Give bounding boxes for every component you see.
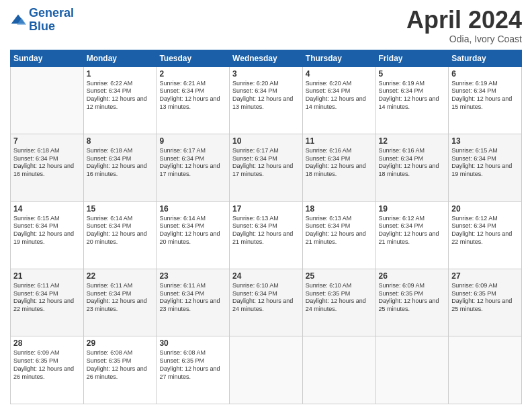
calendar-cell: 17Sunrise: 6:13 AMSunset: 6:34 PMDayligh… [230,201,303,269]
day-number: 10 [232,136,300,146]
calendar-cell: 12Sunrise: 6:16 AMSunset: 6:34 PMDayligh… [375,134,449,201]
cell-info: Sunrise: 6:14 AMSunset: 6:34 PMDaylight:… [87,215,154,246]
calendar-cell: 11Sunrise: 6:16 AMSunset: 6:34 PMDayligh… [302,134,375,201]
cell-info: Sunrise: 6:18 AMSunset: 6:34 PMDaylight:… [87,147,154,179]
day-number: 4 [306,69,373,79]
calendar-cell: 14Sunrise: 6:15 AMSunset: 6:34 PMDayligh… [11,201,84,269]
calendar-cell: 28Sunrise: 6:09 AMSunset: 6:35 PMDayligh… [11,336,84,404]
day-number: 17 [232,204,300,214]
cell-info: Sunrise: 6:12 AMSunset: 6:34 PMDaylight:… [451,215,519,246]
cell-info: Sunrise: 6:18 AMSunset: 6:34 PMDaylight:… [13,147,81,179]
col-header-thursday: Thursday [302,50,375,66]
header: General Blue April 2024 Odia, Ivory Coas… [10,7,522,44]
calendar-cell: 18Sunrise: 6:13 AMSunset: 6:34 PMDayligh… [302,201,375,269]
day-number: 3 [232,69,300,79]
calendar-cell: 30Sunrise: 6:08 AMSunset: 6:35 PMDayligh… [157,336,230,404]
day-number: 28 [13,338,81,348]
calendar-cell [302,336,375,404]
day-number: 9 [159,136,226,146]
day-number: 15 [87,204,154,214]
cell-info: Sunrise: 6:20 AMSunset: 6:34 PMDaylight:… [232,80,300,111]
cell-info: Sunrise: 6:13 AMSunset: 6:34 PMDaylight:… [306,215,373,246]
calendar-cell: 6Sunrise: 6:19 AMSunset: 6:34 PMDaylight… [449,66,522,134]
cell-info: Sunrise: 6:10 AMSunset: 6:35 PMDaylight:… [306,282,373,314]
cell-info: Sunrise: 6:22 AMSunset: 6:34 PMDaylight:… [87,80,154,111]
calendar-cell: 22Sunrise: 6:11 AMSunset: 6:34 PMDayligh… [83,269,157,336]
cell-info: Sunrise: 6:08 AMSunset: 6:35 PMDaylight:… [159,349,226,381]
cell-info: Sunrise: 6:21 AMSunset: 6:34 PMDaylight:… [159,80,226,111]
cell-info: Sunrise: 6:12 AMSunset: 6:34 PMDaylight:… [379,215,446,246]
day-number: 2 [159,69,226,79]
calendar-cell: 15Sunrise: 6:14 AMSunset: 6:34 PMDayligh… [83,201,157,269]
day-number: 11 [306,136,373,146]
day-number: 5 [379,69,446,79]
calendar-cell: 10Sunrise: 6:17 AMSunset: 6:34 PMDayligh… [230,134,303,201]
day-number: 8 [87,136,154,146]
cell-info: Sunrise: 6:11 AMSunset: 6:34 PMDaylight:… [159,282,226,314]
col-header-wednesday: Wednesday [230,50,303,66]
logo-blue: Blue [29,19,55,33]
calendar-cell: 24Sunrise: 6:10 AMSunset: 6:34 PMDayligh… [230,269,303,336]
calendar-table: SundayMondayTuesdayWednesdayThursdayFrid… [10,50,522,404]
month-title: April 2024 [406,7,522,34]
calendar-cell: 7Sunrise: 6:18 AMSunset: 6:34 PMDaylight… [11,134,84,201]
day-number: 26 [379,271,446,281]
col-header-saturday: Saturday [449,50,522,66]
calendar-cell: 27Sunrise: 6:09 AMSunset: 6:35 PMDayligh… [449,269,522,336]
cell-info: Sunrise: 6:16 AMSunset: 6:34 PMDaylight:… [379,147,446,179]
title-block: April 2024 Odia, Ivory Coast [406,7,522,44]
day-number: 27 [451,271,519,281]
day-number: 14 [13,204,81,214]
cell-info: Sunrise: 6:17 AMSunset: 6:34 PMDaylight:… [232,147,300,179]
calendar-cell: 19Sunrise: 6:12 AMSunset: 6:34 PMDayligh… [375,201,449,269]
cell-info: Sunrise: 6:09 AMSunset: 6:35 PMDaylight:… [451,282,519,314]
calendar-cell: 2Sunrise: 6:21 AMSunset: 6:34 PMDaylight… [157,66,230,134]
logo-icon [10,12,26,28]
day-number: 1 [87,69,154,79]
col-header-friday: Friday [375,50,449,66]
cell-info: Sunrise: 6:17 AMSunset: 6:34 PMDaylight:… [159,147,226,179]
calendar-cell: 8Sunrise: 6:18 AMSunset: 6:34 PMDaylight… [83,134,157,201]
cell-info: Sunrise: 6:09 AMSunset: 6:35 PMDaylight:… [13,349,81,381]
logo-text: General Blue [29,7,74,34]
day-number: 16 [159,204,226,214]
cell-info: Sunrise: 6:15 AMSunset: 6:34 PMDaylight:… [451,147,519,179]
cell-info: Sunrise: 6:11 AMSunset: 6:34 PMDaylight:… [13,282,81,314]
calendar-cell: 5Sunrise: 6:19 AMSunset: 6:34 PMDaylight… [375,66,449,134]
day-number: 29 [87,338,154,348]
calendar-cell: 3Sunrise: 6:20 AMSunset: 6:34 PMDaylight… [230,66,303,134]
cell-info: Sunrise: 6:16 AMSunset: 6:34 PMDaylight:… [306,147,373,179]
day-number: 30 [159,338,226,348]
location: Odia, Ivory Coast [406,34,522,44]
logo: General Blue [10,7,74,34]
day-number: 19 [379,204,446,214]
calendar-cell: 29Sunrise: 6:08 AMSunset: 6:35 PMDayligh… [83,336,157,404]
cell-info: Sunrise: 6:13 AMSunset: 6:34 PMDaylight:… [232,215,300,246]
calendar-cell [375,336,449,404]
calendar-cell [449,336,522,404]
logo-general: General [29,6,74,19]
calendar-cell: 25Sunrise: 6:10 AMSunset: 6:35 PMDayligh… [302,269,375,336]
cell-info: Sunrise: 6:19 AMSunset: 6:34 PMDaylight:… [451,80,519,111]
day-number: 13 [451,136,519,146]
calendar-cell: 20Sunrise: 6:12 AMSunset: 6:34 PMDayligh… [449,201,522,269]
page: General Blue April 2024 Odia, Ivory Coas… [0,0,532,411]
col-header-sunday: Sunday [11,50,84,66]
cell-info: Sunrise: 6:20 AMSunset: 6:34 PMDaylight:… [306,80,373,111]
calendar-cell: 1Sunrise: 6:22 AMSunset: 6:34 PMDaylight… [83,66,157,134]
day-number: 6 [451,69,519,79]
calendar-cell: 21Sunrise: 6:11 AMSunset: 6:34 PMDayligh… [11,269,84,336]
day-number: 7 [13,136,81,146]
day-number: 12 [379,136,446,146]
calendar-cell: 9Sunrise: 6:17 AMSunset: 6:34 PMDaylight… [157,134,230,201]
cell-info: Sunrise: 6:09 AMSunset: 6:35 PMDaylight:… [379,282,446,314]
calendar-cell [11,66,84,134]
day-number: 23 [159,271,226,281]
cell-info: Sunrise: 6:14 AMSunset: 6:34 PMDaylight:… [159,215,226,246]
day-number: 21 [13,271,81,281]
calendar-cell [230,336,303,404]
cell-info: Sunrise: 6:08 AMSunset: 6:35 PMDaylight:… [87,349,154,381]
cell-info: Sunrise: 6:11 AMSunset: 6:34 PMDaylight:… [87,282,154,314]
col-header-monday: Monday [83,50,157,66]
day-number: 22 [87,271,154,281]
